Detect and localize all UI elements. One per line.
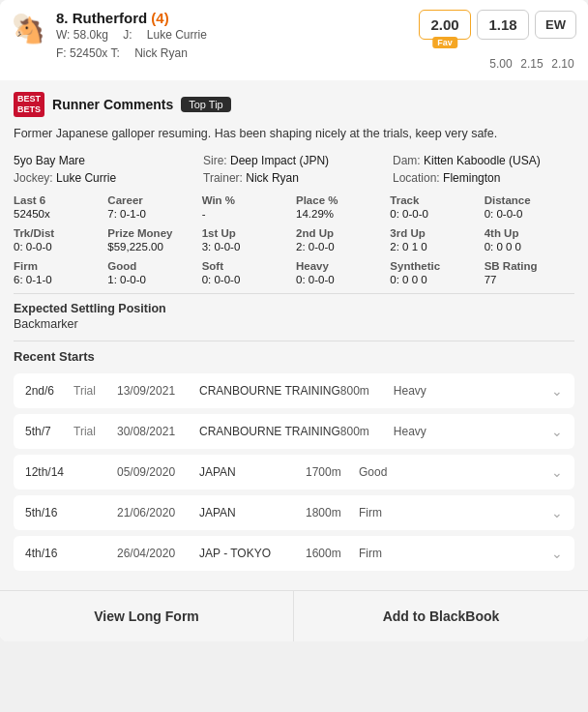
- start-date: 30/08/2021: [117, 425, 199, 438]
- bestbets-logo: BEST BETS: [14, 92, 44, 117]
- horse-name-block: 8. Rutherford (4) W: 58.0kg J: Luke Curr…: [56, 10, 219, 63]
- stat-cell: 2nd Up2: 0-0-0: [296, 227, 386, 252]
- chevron-down-icon[interactable]: ⌄: [551, 546, 563, 561]
- chevron-down-icon[interactable]: ⌄: [551, 383, 563, 399]
- stat-cell: Synthetic0: 0 0 0: [390, 260, 480, 285]
- horse-icon: 🐴: [12, 12, 46, 46]
- stat-cell: Place %14.29%: [296, 194, 386, 220]
- start-venue: JAP - TOKYO: [199, 547, 306, 562]
- stat-cell: Trk/Dist0: 0-0-0: [14, 227, 103, 252]
- stat-cell: Heavy0: 0-0-0: [296, 260, 386, 285]
- stat-cell: Career7: 0-1-0: [107, 194, 197, 220]
- start-cond: Firm: [359, 506, 551, 519]
- svg-text:🐴: 🐴: [14, 15, 45, 45]
- horse-trainer-info: F: 52450x T:: [56, 46, 120, 60]
- horse-weight: W: 58.0kg: [56, 28, 108, 42]
- runner-comments-title: Runner Comments: [52, 97, 173, 112]
- stat-cell: Firm6: 0-1-0: [14, 260, 103, 285]
- price-2: 2.15: [518, 57, 545, 71]
- horse-left: 🐴 8. Rutherford (4) W: 58.0kg J: Luke Cu…: [12, 10, 219, 63]
- add-to-blackbook-button[interactable]: Add to BlackBook: [294, 591, 588, 641]
- start-cond: Good: [359, 465, 551, 479]
- chevron-down-icon[interactable]: ⌄: [551, 424, 563, 439]
- runner-comment-text: Former Japanese galloper resuming. Has b…: [14, 125, 574, 143]
- horse-jockey-label: J:: [123, 28, 132, 42]
- start-cond: Heavy: [394, 384, 551, 398]
- stats-grid: Last 652450xCareer7: 0-1-0Win %-Place %1…: [14, 194, 574, 285]
- top-tip-badge: Top Tip: [181, 97, 230, 112]
- horse-number: 8.: [56, 10, 69, 26]
- horse-jockey: Luke Currie: [147, 28, 207, 42]
- start-date: 13/09/2021: [117, 384, 199, 398]
- horse-card: 🐴 8. Rutherford (4) W: 58.0kg J: Luke Cu…: [0, 0, 588, 641]
- start-dist: 1700m: [306, 465, 359, 479]
- divider: [14, 293, 574, 294]
- settling-value: Backmarker: [14, 317, 574, 331]
- stat-cell: Last 652450x: [14, 194, 103, 220]
- stat-cell: Prize Money$59,225.00: [107, 227, 197, 252]
- start-venue: JAPAN: [199, 506, 306, 521]
- horse-details: 5yo Bay Mare Sire: Deep Impact (JPN) Dam…: [14, 154, 574, 185]
- horse-name: 8. Rutherford (4): [56, 10, 219, 26]
- start-type: Trial: [74, 425, 117, 438]
- start-pos: 4th/16: [25, 547, 74, 560]
- divider-2: [14, 341, 574, 341]
- settling-label: Expected Settling Position: [14, 302, 574, 315]
- start-date: 21/06/2020: [117, 506, 199, 519]
- bottom-buttons: View Long Form Add to BlackBook: [0, 590, 588, 641]
- start-dist: 800m: [340, 425, 394, 438]
- chevron-down-icon[interactable]: ⌄: [551, 464, 563, 480]
- logo-box: BEST BETS: [14, 92, 44, 117]
- place-odds-button[interactable]: 1.18: [477, 10, 529, 40]
- detail-location: Location: Flemington: [393, 171, 574, 185]
- start-pos: 12th/14: [25, 465, 74, 479]
- start-venue: JAPAN: [199, 465, 306, 481]
- start-dist: 1600m: [306, 547, 359, 560]
- detail-dam: Dam: Kitten Kaboodle (USA): [393, 154, 574, 167]
- start-dist: 800m: [340, 384, 394, 398]
- recent-starts-label: Recent Starts: [14, 349, 574, 364]
- start-dist: 1800m: [306, 506, 359, 519]
- horse-name-text: Rutherford: [73, 10, 148, 26]
- horse-header: 🐴 8. Rutherford (4) W: 58.0kg J: Luke Cu…: [0, 0, 588, 76]
- horse-meta: W: 58.0kg J: Luke Currie F: 52450x T: Ni…: [56, 26, 219, 63]
- start-type: Trial: [74, 384, 117, 398]
- settling-section: Expected Settling Position Backmarker: [14, 302, 574, 331]
- starts-list: 2nd/6 Trial 13/09/2021 CRANBOURNE TRAINI…: [14, 373, 574, 571]
- start-row[interactable]: 2nd/6 Trial 13/09/2021 CRANBOURNE TRAINI…: [14, 373, 574, 408]
- stat-cell: 1st Up3: 0-0-0: [202, 227, 292, 252]
- stat-cell: Track0: 0-0-0: [390, 194, 480, 220]
- detail-jockey: Jockey: Luke Currie: [14, 171, 195, 185]
- runner-section: BEST BETS Runner Comments Top Tip Former…: [0, 80, 588, 590]
- chevron-down-icon[interactable]: ⌄: [551, 505, 563, 520]
- price-row: 5.00 2.15 2.10: [487, 57, 576, 71]
- stat-cell: 4th Up0: 0 0 0: [485, 227, 574, 252]
- horse-trainer: Nick Ryan: [134, 46, 188, 60]
- start-row[interactable]: 12th/14 05/09/2020 JAPAN 1700m Good ⌄: [14, 455, 574, 490]
- start-row[interactable]: 5th/7 Trial 30/08/2021 CRANBOURNE TRAINI…: [14, 414, 574, 449]
- horse-count: (4): [151, 10, 168, 26]
- ew-button[interactable]: EW: [535, 11, 576, 39]
- stat-cell: Distance0: 0-0-0: [485, 194, 574, 220]
- stat-cell: Good1: 0-0-0: [107, 260, 197, 285]
- start-venue: CRANBOURNE TRAINING: [199, 425, 340, 440]
- win-odds-button[interactable]: 2.00: [419, 10, 471, 40]
- view-long-form-button[interactable]: View Long Form: [0, 591, 294, 641]
- detail-sire: Sire: Deep Impact (JPN): [203, 154, 385, 167]
- start-row[interactable]: 5th/16 21/06/2020 JAPAN 1800m Firm ⌄: [14, 495, 574, 530]
- runner-header: BEST BETS Runner Comments Top Tip: [14, 92, 574, 117]
- stat-cell: Soft0: 0-0-0: [202, 260, 292, 285]
- logo-line2: BETS: [17, 104, 41, 115]
- start-pos: 5th/16: [25, 506, 74, 519]
- start-pos: 5th/7: [25, 425, 74, 438]
- detail-trainer: Trainer: Nick Ryan: [203, 171, 385, 185]
- start-cond: Firm: [359, 547, 551, 560]
- odds-block: 2.00 1.18 EW 5.00 2.15 2.10: [419, 10, 576, 71]
- stat-cell: SB Rating77: [485, 260, 574, 285]
- start-row[interactable]: 4th/16 26/04/2020 JAP - TOKYO 1600m Firm…: [14, 536, 574, 571]
- start-date: 26/04/2020: [117, 547, 199, 560]
- start-pos: 2nd/6: [25, 384, 74, 398]
- start-cond: Heavy: [394, 425, 551, 438]
- stat-cell: 3rd Up2: 0 1 0: [390, 227, 480, 252]
- start-date: 05/09/2020: [117, 465, 199, 479]
